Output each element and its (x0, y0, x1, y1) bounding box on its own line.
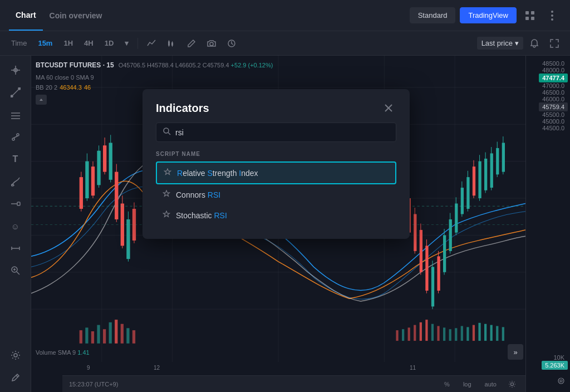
svg-rect-114 (109, 322, 112, 344)
standard-button[interactable]: Standard (410, 7, 456, 23)
modal-header: Indicators (142, 89, 410, 122)
price-axis-settings-icon[interactable] (554, 374, 568, 388)
grid-icon[interactable] (521, 7, 539, 24)
svg-rect-135 (490, 325, 493, 341)
svg-rect-133 (478, 323, 480, 341)
change-val: +52.9 (+0.12%) (231, 62, 273, 68)
svg-point-25 (17, 134, 19, 136)
tradingview-button[interactable]: TradingView (460, 7, 517, 23)
modal-search-box[interactable] (156, 122, 396, 142)
low-val: L46605.2 (175, 62, 201, 68)
interval-15m-button[interactable]: 15m (33, 37, 57, 50)
svg-rect-8 (169, 40, 169, 41)
crosshair-tool[interactable] (6, 60, 26, 80)
svg-rect-110 (85, 327, 88, 343)
more-icon[interactable] (543, 7, 561, 24)
modal-close-button[interactable] (381, 100, 396, 116)
svg-rect-75 (414, 214, 416, 251)
x-label-11: 11 (410, 365, 416, 371)
zoom-tool[interactable] (6, 261, 26, 281)
collapse-button[interactable] (36, 95, 47, 105)
camera-tool-button[interactable] (203, 37, 220, 50)
alert-icon[interactable] (525, 37, 543, 50)
x-label-12: 12 (154, 365, 160, 371)
svg-point-13 (210, 42, 213, 46)
candle-tool-button[interactable] (163, 37, 180, 50)
auto-button[interactable]: auto (480, 380, 501, 389)
expand-icon[interactable] (546, 37, 563, 50)
last-price-dropdown[interactable]: Last price ▾ (477, 37, 523, 50)
volume-label: MA 60 close 0 SMA 9 Volume SMA 9 1.41 (36, 349, 90, 356)
fibonacci-tool[interactable] (6, 127, 26, 147)
text-tool[interactable]: T (6, 149, 26, 169)
price-line-tool[interactable] (6, 194, 26, 214)
bottom-bar: 15:23:07 (UTC+9) % log auto (62, 375, 525, 392)
log-button[interactable]: log (459, 380, 476, 389)
svg-line-142 (168, 133, 170, 135)
indicator-item-connors[interactable]: Connors RSI (156, 184, 396, 205)
svg-rect-10 (171, 42, 173, 46)
svg-rect-12 (172, 46, 173, 47)
vol-value: 5.263K (542, 361, 568, 370)
timestamp-label: 15:23:07 (UTC+9) (69, 381, 118, 388)
svg-rect-27 (17, 202, 20, 205)
settings-bottom-icon[interactable] (505, 378, 519, 391)
chart-tab[interactable]: Chart (9, 0, 43, 31)
percent-button[interactable]: % (440, 380, 454, 389)
indicator-item-rsi[interactable]: Relative Strength Index (156, 161, 396, 184)
arrows-icon[interactable]: » (508, 344, 523, 360)
svg-rect-125 (431, 324, 434, 341)
interval-1d-button[interactable]: 1D (100, 37, 119, 50)
emoji-tool[interactable]: ☺ (6, 216, 26, 236)
svg-rect-123 (420, 322, 422, 341)
clock-tool-button[interactable] (223, 37, 240, 50)
high-val: H45788.4 (147, 62, 174, 68)
settings-tool[interactable] (6, 345, 26, 365)
svg-rect-131 (466, 327, 469, 341)
indicators-search-input[interactable] (175, 128, 389, 137)
price-axis: 48500.0 48000.0 47477.4 47000.0 46500.0 … (525, 56, 570, 392)
svg-line-32 (17, 272, 19, 275)
star-icon-connors[interactable] (163, 190, 170, 199)
pencil-tool-button[interactable] (183, 37, 200, 50)
measure-tool[interactable] (6, 238, 26, 258)
svg-rect-122 (414, 325, 416, 341)
indicator-item-stochastic[interactable]: Stochastic RSI (156, 205, 396, 226)
last-price-label: Last price (481, 39, 513, 47)
hovered-price-badge: 45759.4 (539, 102, 568, 111)
diagonal-line-tool[interactable] (6, 82, 26, 102)
svg-point-24 (12, 138, 14, 140)
svg-point-144 (560, 380, 562, 382)
svg-rect-1 (531, 11, 534, 14)
svg-rect-134 (484, 324, 487, 341)
svg-rect-9 (169, 46, 169, 47)
bb-val2: 46 (84, 83, 91, 93)
chart-area[interactable]: BTCUSDT FUTURES · 15 O45706.5 H45788.4 L… (31, 56, 525, 392)
svg-point-4 (551, 11, 553, 13)
svg-rect-128 (449, 329, 451, 341)
draw-tool[interactable] (6, 367, 26, 388)
indicator-name-connors: Connors RSI (176, 190, 220, 199)
svg-rect-111 (91, 331, 94, 344)
main-area: T ☺ (0, 56, 570, 392)
toolbar-right: Last price ▾ (477, 37, 563, 50)
svg-rect-120 (402, 329, 404, 341)
price-48000: 48000.0 (528, 67, 568, 74)
svg-rect-117 (126, 328, 129, 344)
svg-rect-103 (496, 148, 499, 174)
coin-overview-tab[interactable]: Coin overview (43, 0, 109, 31)
svg-rect-121 (408, 327, 410, 341)
star-icon-rsi[interactable] (164, 168, 171, 178)
interval-1h-button[interactable]: 1H (59, 37, 77, 50)
svg-point-5 (551, 14, 553, 17)
svg-rect-136 (496, 326, 498, 341)
chart-arrows-button[interactable]: » (508, 344, 523, 360)
star-icon-stochastic[interactable] (163, 210, 170, 220)
svg-rect-3 (531, 17, 534, 20)
horizontal-line-tool[interactable] (6, 105, 26, 125)
interval-4h-button[interactable]: 4H (80, 37, 98, 50)
brush-tool[interactable] (6, 171, 26, 192)
line-tool-button[interactable] (142, 37, 160, 50)
interval-dropdown-icon[interactable]: ▾ (120, 37, 133, 50)
svg-rect-129 (455, 328, 457, 341)
